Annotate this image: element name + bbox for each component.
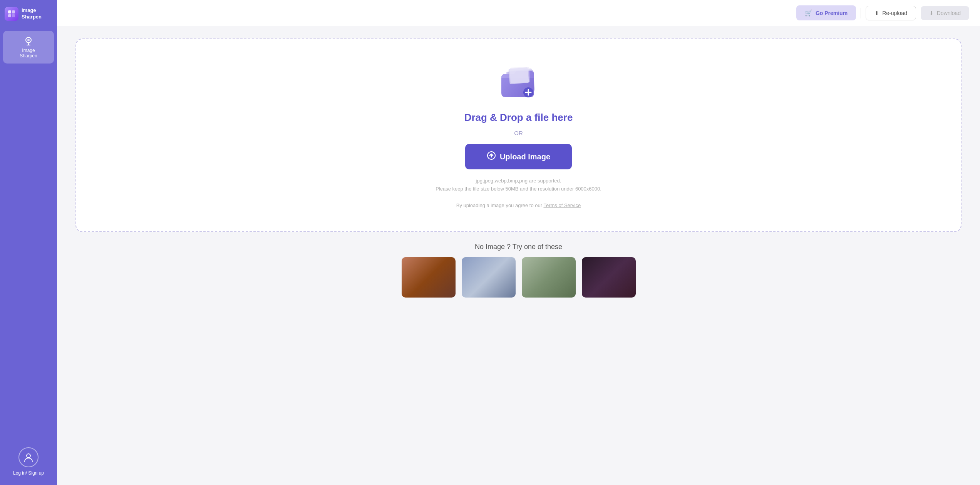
main-content: 🛒 Go Premium ⬆ Re-upload ⬇ Download bbox=[57, 0, 980, 485]
download-icon: ⬇ bbox=[929, 10, 934, 16]
svg-point-8 bbox=[27, 454, 30, 458]
tos-link[interactable]: Terms of Service bbox=[543, 202, 581, 208]
samples-section: No Image ? Try one of these bbox=[75, 243, 962, 298]
upload-zone[interactable]: Drag & Drop a file here OR Upload Image … bbox=[75, 38, 962, 232]
logo-text: Image Sharpen bbox=[22, 7, 42, 20]
svg-rect-3 bbox=[12, 14, 15, 17]
upload-button[interactable]: Upload Image bbox=[465, 144, 572, 169]
content-area: Drag & Drop a file here OR Upload Image … bbox=[57, 26, 980, 485]
sample-image-2[interactable] bbox=[462, 257, 516, 298]
premium-icon: 🛒 bbox=[805, 9, 812, 17]
svg-rect-2 bbox=[8, 14, 11, 17]
premium-button[interactable]: 🛒 Go Premium bbox=[796, 5, 856, 20]
sidebar-bottom: Log in/ Sign up bbox=[7, 441, 50, 482]
reupload-button[interactable]: ⬆ Re-upload bbox=[866, 6, 916, 20]
sidebar-item-label: Image Sharpen bbox=[20, 48, 37, 59]
login-signup-label[interactable]: Log in/ Sign up bbox=[13, 470, 44, 476]
header-divider bbox=[861, 8, 861, 18]
download-button: ⬇ Download bbox=[921, 6, 969, 20]
sample-image-3[interactable] bbox=[522, 257, 576, 298]
tos-text: By uploading a image you agree to our Te… bbox=[456, 202, 581, 208]
sidebar: Image Sharpen Image Sharpen bbox=[0, 0, 57, 485]
samples-grid bbox=[402, 257, 636, 298]
svg-rect-7 bbox=[27, 45, 30, 45]
file-info: jpg,jpeg,webp,bmp,png are supported. Ple… bbox=[436, 177, 601, 193]
sidebar-logo: Image Sharpen bbox=[0, 0, 57, 28]
upload-icon bbox=[487, 151, 496, 162]
reupload-icon: ⬆ bbox=[874, 10, 879, 16]
svg-rect-0 bbox=[8, 10, 11, 13]
or-text: OR bbox=[514, 130, 523, 136]
drag-drop-text: Drag & Drop a file here bbox=[464, 112, 573, 124]
sample-image-4[interactable] bbox=[582, 257, 636, 298]
svg-point-5 bbox=[27, 39, 30, 41]
svg-rect-12 bbox=[510, 67, 529, 83]
folder-illustration bbox=[496, 62, 542, 101]
svg-rect-1 bbox=[12, 10, 15, 13]
header: 🛒 Go Premium ⬆ Re-upload ⬇ Download bbox=[57, 0, 980, 26]
sample-image-1[interactable] bbox=[402, 257, 456, 298]
avatar[interactable] bbox=[18, 447, 39, 467]
sidebar-nav: Image Sharpen bbox=[0, 28, 57, 441]
sidebar-item-image-sharpen[interactable]: Image Sharpen bbox=[3, 31, 54, 64]
image-sharpen-icon bbox=[23, 35, 34, 46]
samples-title: No Image ? Try one of these bbox=[475, 243, 562, 251]
logo-icon bbox=[5, 7, 18, 21]
